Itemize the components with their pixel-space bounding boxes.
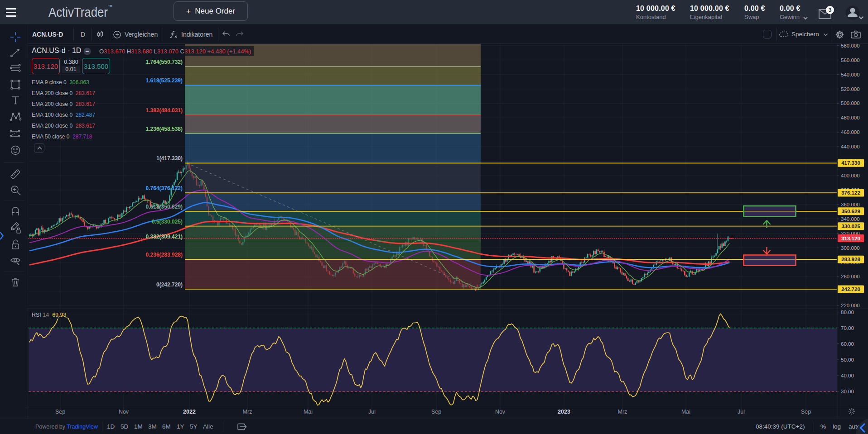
svg-text:1.236(458.538): 1.236(458.538): [146, 126, 183, 132]
svg-text:340.000: 340.000: [841, 216, 860, 222]
svg-text:Jul: Jul: [368, 409, 376, 415]
svg-text:313.120: 313.120: [841, 236, 860, 241]
svg-text:60.00: 60.00: [841, 341, 854, 347]
svg-text:Nov: Nov: [119, 409, 129, 415]
svg-text:0.5(330.025): 0.5(330.025): [152, 219, 183, 225]
svg-text:1.382(484.031): 1.382(484.031): [146, 107, 183, 114]
svg-text:2023: 2023: [558, 409, 570, 415]
svg-text:Sep: Sep: [431, 409, 441, 415]
svg-text:440.000: 440.000: [841, 144, 860, 149]
svg-text:376.122: 376.122: [841, 190, 860, 196]
svg-text:Mai: Mai: [681, 409, 690, 415]
svg-text:0.764(376.122): 0.764(376.122): [146, 185, 183, 191]
svg-text:500.000: 500.000: [841, 100, 860, 106]
svg-text:Mrz: Mrz: [243, 409, 252, 415]
svg-text:300.000: 300.000: [841, 245, 860, 251]
svg-text:260.000: 260.000: [841, 274, 860, 279]
svg-text:520.000: 520.000: [841, 86, 860, 92]
svg-text:283.928: 283.928: [841, 257, 860, 262]
svg-text:540.000: 540.000: [841, 72, 860, 77]
svg-text:1.618(525.239): 1.618(525.239): [146, 77, 183, 84]
svg-text:Sep: Sep: [801, 409, 811, 415]
svg-text:70.00: 70.00: [841, 325, 854, 331]
svg-text:Jul: Jul: [738, 409, 745, 415]
svg-text:3: 3: [829, 7, 832, 13]
svg-text:80.00: 80.00: [841, 310, 854, 315]
svg-text:417.330: 417.330: [841, 160, 860, 166]
svg-text:0.236(283.928): 0.236(283.928): [146, 252, 183, 258]
svg-text:560.000: 560.000: [841, 57, 860, 63]
svg-text:350.629: 350.629: [841, 209, 860, 214]
svg-text:50.00: 50.00: [841, 357, 854, 362]
svg-text:Sep: Sep: [55, 409, 65, 415]
svg-text:360.000: 360.000: [841, 202, 860, 207]
svg-text:Nov: Nov: [495, 409, 506, 415]
svg-text:Mrz: Mrz: [618, 409, 627, 415]
svg-text:242.720: 242.720: [841, 286, 860, 292]
svg-text:Mai: Mai: [304, 409, 313, 415]
svg-text:30.00: 30.00: [841, 389, 854, 394]
svg-text:40.00: 40.00: [841, 373, 854, 378]
svg-text:0.618(350.629): 0.618(350.629): [146, 204, 183, 210]
svg-text:480.000: 480.000: [841, 115, 860, 120]
svg-text:0(242.720): 0(242.720): [156, 281, 183, 288]
svg-text:1.764(550.732): 1.764(550.732): [146, 59, 183, 65]
svg-text:2022: 2022: [183, 409, 196, 415]
svg-text:0.382(309.421): 0.382(309.421): [146, 234, 183, 240]
svg-text:220.000: 220.000: [841, 303, 860, 308]
svg-text:460.000: 460.000: [841, 129, 860, 135]
svg-text:1(417.330): 1(417.330): [156, 155, 183, 162]
svg-text:330.025: 330.025: [841, 224, 860, 229]
svg-text:400.000: 400.000: [841, 173, 860, 178]
